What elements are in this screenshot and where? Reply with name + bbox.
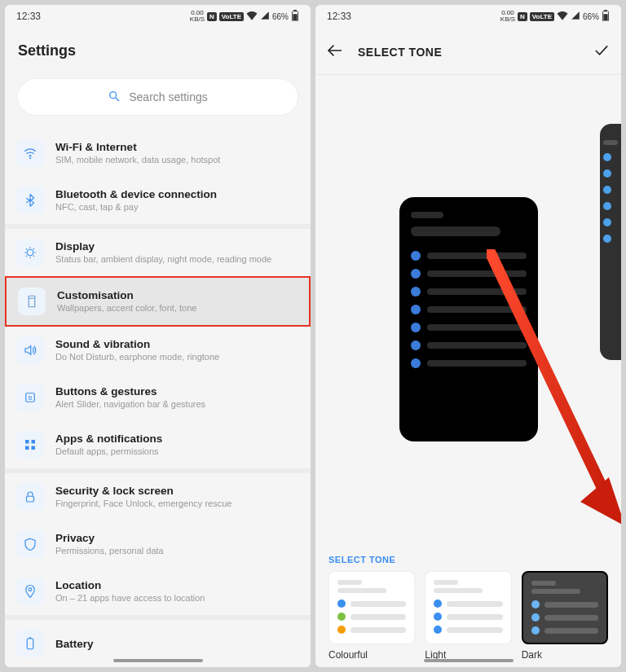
svg-rect-15 (27, 639, 33, 649)
settings-row-location[interactable]: LocationOn – 21 apps have access to loca… (5, 568, 311, 615)
row-title: Customisation (57, 289, 196, 301)
row-subtitle: Default apps, permissions (55, 446, 162, 457)
svg-rect-10 (32, 440, 36, 444)
settings-row-bluetooth[interactable]: Bluetooth & device connectionNFC, cast, … (5, 177, 311, 224)
section-label: SELECT TONE (315, 547, 621, 571)
row-subtitle: Do Not Disturb, earphone mode, ringtone (55, 352, 219, 362)
phone-select-tone: 12:33 0.00KB/S N VoLTE 66% (315, 5, 621, 667)
sound-icon (16, 336, 44, 364)
svg-point-5 (29, 157, 31, 159)
tone-preview-adjacent (600, 124, 621, 360)
row-title: Wi-Fi & Internet (55, 141, 220, 153)
tone-preview-dark-large (399, 197, 538, 441)
settings-row-sound[interactable]: Sound & vibrationDo Not Disturb, earphon… (5, 327, 311, 374)
search-icon (108, 90, 121, 105)
nfc-icon: N (518, 12, 527, 21)
battery-icon (291, 10, 299, 23)
tone-label: Colourful (328, 649, 415, 661)
svg-rect-16 (29, 638, 32, 639)
back-icon[interactable] (327, 42, 343, 61)
status-bar: 12:33 0.00KB/S N VoLTE 66% (315, 5, 621, 26)
wifi-icon (246, 11, 258, 22)
row-title: Display (55, 240, 271, 253)
settings-row-security[interactable]: Security & lock screenFingerprint, Face … (5, 473, 311, 520)
signal-icon (260, 11, 270, 22)
privacy-icon (16, 530, 44, 558)
svg-rect-12 (32, 446, 36, 450)
row-subtitle: Fingerprint, Face Unlock, emergency resc… (55, 499, 231, 509)
row-title: Security & lock screen (55, 485, 231, 497)
battery-icon (16, 630, 44, 657)
signal-icon (571, 11, 580, 22)
row-subtitle: Alert Slider, navigation bar & gestures (55, 399, 205, 410)
row-title: Bluetooth & device connection (55, 188, 217, 200)
svg-point-3 (110, 91, 117, 98)
battery-icon (602, 10, 610, 23)
tone-card-colourful[interactable]: Colourful (328, 571, 415, 661)
row-title: Location (55, 579, 205, 591)
tone-card-list: ColourfulLightDark (315, 571, 621, 667)
app-bar: SELECT TONE (315, 26, 621, 75)
settings-row-wifi[interactable]: Wi-Fi & InternetSIM, mobile network, dat… (5, 130, 311, 177)
phone-settings: 12:33 0.00KB/S N VoLTE 66% Settings (5, 5, 311, 667)
bluetooth-icon (16, 187, 44, 214)
settings-row-apps[interactable]: Apps & notificationsDefault apps, permis… (5, 421, 311, 468)
status-bar: 12:33 0.00KB/S N VoLTE 66% (5, 5, 311, 26)
settings-list: Wi-Fi & InternetSIM, mobile network, dat… (5, 130, 311, 667)
svg-rect-13 (27, 496, 34, 502)
row-subtitle: On – 21 apps have access to location (55, 593, 205, 604)
security-icon (16, 483, 44, 511)
tone-label: Dark (522, 649, 608, 661)
display-icon (16, 239, 44, 266)
svg-rect-2 (293, 14, 297, 20)
settings-row-buttons[interactable]: BButtons & gesturesAlert Slider, navigat… (5, 374, 311, 421)
wifi-icon (16, 139, 44, 167)
row-subtitle: Status bar, ambient display, night mode,… (55, 254, 271, 265)
row-title: Sound & vibration (55, 338, 219, 350)
customisation-icon (18, 288, 46, 315)
row-title: Apps & notifications (55, 433, 162, 445)
svg-rect-9 (25, 440, 29, 444)
svg-point-6 (27, 249, 33, 256)
svg-rect-11 (25, 446, 29, 450)
settings-row-customisation[interactable]: CustomisationWallpapers, accent color, f… (5, 276, 311, 327)
svg-point-14 (29, 588, 32, 591)
battery-percent: 66% (272, 12, 289, 21)
row-subtitle: Permissions, personal data (55, 546, 164, 556)
svg-text:B: B (28, 394, 32, 402)
settings-row-display[interactable]: DisplayStatus bar, ambient display, nigh… (5, 229, 311, 276)
buttons-icon: B (16, 384, 44, 411)
page-title: Settings (5, 26, 311, 71)
clock: 12:33 (16, 11, 41, 22)
battery-percent: 66% (583, 12, 599, 21)
volte-icon: VoLTE (530, 12, 554, 21)
row-title: Buttons & gestures (55, 385, 205, 397)
svg-line-4 (116, 98, 119, 101)
row-title: Privacy (55, 532, 164, 544)
location-icon (16, 578, 44, 605)
tone-card-dark[interactable]: Dark (522, 571, 608, 661)
row-subtitle: SIM, mobile network, data usage, hotspot (55, 155, 220, 165)
tone-preview-area[interactable] (315, 75, 621, 547)
settings-row-privacy[interactable]: PrivacyPermissions, personal data (5, 520, 311, 568)
search-placeholder: Search settings (129, 90, 208, 103)
nfc-icon: N (207, 12, 217, 21)
row-subtitle: NFC, cast, tap & pay (55, 202, 217, 213)
apps-icon (16, 431, 44, 459)
search-input[interactable]: Search settings (18, 79, 298, 115)
wifi-icon (557, 11, 568, 22)
clock: 12:33 (327, 11, 351, 22)
svg-rect-19 (603, 14, 607, 20)
tone-card-light[interactable]: Light (425, 571, 511, 661)
volte-icon: VoLTE (219, 12, 244, 21)
home-indicator[interactable] (424, 659, 514, 662)
row-title: Battery (55, 638, 94, 650)
row-subtitle: Wallpapers, accent color, font, tone (57, 303, 196, 314)
confirm-icon[interactable] (593, 42, 610, 61)
home-indicator[interactable] (113, 659, 203, 662)
appbar-title: SELECT TONE (358, 46, 579, 59)
